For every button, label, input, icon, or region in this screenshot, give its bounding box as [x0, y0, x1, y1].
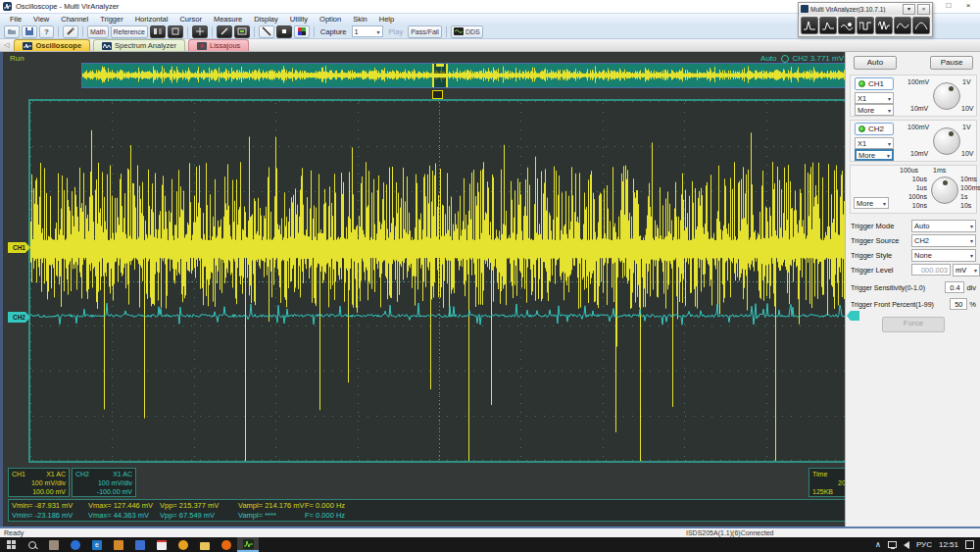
chevron-down-icon: ▾	[377, 28, 380, 35]
square-wave-tool-button[interactable]	[857, 17, 874, 34]
window-title: Oscilloscope - Multi VirAnalyzer	[16, 0, 119, 13]
preview-canvas[interactable]	[82, 64, 845, 87]
maximize-button[interactable]: □	[939, 0, 958, 12]
open-button[interactable]	[4, 25, 20, 38]
burst-wave-tool-button[interactable]	[875, 17, 893, 34]
waveform-tool-button-3[interactable]	[838, 17, 856, 34]
trigger-sensitivity-input[interactable]	[945, 281, 964, 293]
ch2-volts-knob[interactable]	[933, 127, 960, 155]
trigger-level-unit-select[interactable]: mV▾	[953, 264, 980, 276]
help-button[interactable]: ?	[39, 25, 54, 38]
menu-utility[interactable]: Utility	[284, 15, 314, 24]
ch1-position-marker[interactable]: CH1	[8, 242, 30, 253]
dds-button[interactable]: DDS	[451, 25, 483, 38]
reference-button[interactable]: Reference	[111, 25, 148, 38]
math-button[interactable]: Math	[87, 25, 109, 38]
speaker-icon[interactable]	[904, 541, 909, 549]
plot-canvas[interactable]	[30, 101, 848, 461]
trigger-source-select[interactable]: CH2▾	[911, 234, 976, 247]
screen-button[interactable]	[234, 25, 250, 38]
tool-wrench-button[interactable]	[63, 25, 78, 38]
taskbar-notepad-icon[interactable]	[151, 537, 172, 552]
taskbar-explorer-icon[interactable]	[194, 537, 216, 552]
ch2-position-marker[interactable]: CH2	[8, 312, 30, 323]
timebase-more-select[interactable]: More▾	[854, 197, 889, 209]
play-button[interactable]: Play	[389, 27, 404, 36]
menu-view[interactable]: View	[27, 15, 55, 24]
taskbar-viranalyzer-active-icon[interactable]	[237, 537, 259, 552]
taskbar-document-icon[interactable]	[129, 537, 151, 552]
stop-button[interactable]	[276, 25, 292, 38]
line-style-button[interactable]	[259, 25, 274, 38]
chevron-down-icon: ▾	[970, 252, 973, 259]
keyboard-language[interactable]: РУС	[916, 540, 932, 549]
trigger-mode-select[interactable]: Auto▾	[911, 220, 976, 232]
tab-oscilloscope[interactable]: Oscilloscope	[14, 39, 90, 51]
waveform-tool-button-2[interactable]	[819, 17, 837, 34]
channel-display-button[interactable]	[150, 25, 166, 38]
capture-count-combobox[interactable]: 1▾	[352, 25, 383, 37]
chevron-down-icon: ▾	[888, 95, 891, 102]
auto-button[interactable]: Auto	[854, 56, 897, 70]
tab-spectrum-analyzer[interactable]: Spectrum Analyzer	[93, 39, 185, 51]
pass-fail-button[interactable]: Pass/Fail	[408, 25, 442, 38]
action-center-icon[interactable]	[965, 540, 974, 549]
time-label-10ms: 10ms	[960, 176, 977, 182]
trigger-source-label: Trigger Source	[851, 236, 911, 245]
menu-file[interactable]: File	[4, 15, 27, 24]
taskbar-app-orange-icon[interactable]	[172, 537, 194, 552]
floating-window-titlebar[interactable]: Multi VirAnalyzer(3.10.7.1) ▾ ×	[799, 3, 932, 15]
save-button[interactable]	[22, 25, 37, 38]
color-button[interactable]	[294, 25, 310, 38]
ch1-volts-knob[interactable]	[933, 82, 960, 110]
force-trigger-button[interactable]: Force	[882, 317, 945, 332]
menu-measure[interactable]: Measure	[208, 15, 248, 24]
move-button[interactable]	[192, 25, 208, 38]
tray-chevron-up-icon[interactable]: ∧	[875, 540, 881, 549]
taskbar-browser-icon[interactable]: e	[86, 537, 108, 552]
ch2-probe-select[interactable]: X1▾	[855, 137, 894, 149]
tab-scroll-left-icon[interactable]: ◁	[4, 41, 9, 49]
sine-wave-tool-button[interactable]	[894, 17, 911, 34]
taskbar-photos-icon[interactable]	[108, 537, 129, 552]
ch2-enable-button[interactable]: CH2	[855, 123, 894, 135]
menu-channel[interactable]: Channel	[55, 15, 94, 24]
pen-button[interactable]	[217, 25, 232, 38]
floating-window-title: Multi VirAnalyzer(3.10.7.1)	[810, 6, 901, 13]
floating-window-dropdown-icon[interactable]: ▾	[903, 4, 915, 15]
waveform-plot[interactable]	[28, 99, 850, 463]
network-icon[interactable]	[888, 541, 897, 548]
ch2-more-select[interactable]: More▾	[855, 149, 894, 161]
floating-window-close-icon[interactable]: ×	[917, 4, 930, 15]
pause-button[interactable]: Pause	[930, 56, 973, 70]
ch1-info-box: CH1X1 AC 100 mV/div 100.00 mV	[8, 468, 70, 497]
waveform-overview-strip[interactable]	[81, 63, 846, 88]
search-icon[interactable]	[22, 537, 43, 552]
ch1-more-select[interactable]: More▾	[855, 104, 894, 116]
ch1-probe-select[interactable]: X1▾	[855, 92, 894, 104]
trigger-front-percent-input[interactable]	[950, 298, 967, 310]
trigger-readout: Auto CH2 3.771 mV	[689, 54, 844, 63]
menu-option[interactable]: Option	[314, 15, 347, 24]
tab-lissajous[interactable]: ✕ Lissajous	[188, 39, 249, 51]
taskbar-store-icon[interactable]	[43, 537, 65, 552]
trigger-style-select[interactable]: None▾	[911, 249, 976, 262]
close-button[interactable]: ×	[958, 0, 978, 12]
waveform-tool-button-1[interactable]	[801, 17, 818, 34]
single-display-button[interactable]	[168, 25, 183, 38]
ch1-enable-button[interactable]: CH1	[855, 77, 894, 90]
menu-horizontal[interactable]: Horizontal	[129, 15, 174, 24]
ch2-probe-coupling: X1 AC	[113, 470, 132, 478]
trigger-level-input[interactable]	[911, 264, 951, 276]
start-button[interactable]	[0, 537, 22, 552]
timebase-knob[interactable]	[931, 176, 958, 204]
menu-display[interactable]: Display	[248, 15, 284, 24]
menu-help[interactable]: Help	[373, 15, 400, 24]
pulse-wave-tool-button[interactable]	[912, 17, 930, 34]
menu-trigger[interactable]: Trigger	[94, 15, 128, 24]
taskbar-firefox-icon[interactable]	[216, 537, 237, 552]
clock[interactable]: 12:51	[939, 540, 958, 549]
menu-skin[interactable]: Skin	[347, 15, 373, 24]
menu-cursor[interactable]: Cursor	[173, 15, 208, 24]
taskbar-app-blue-icon[interactable]	[65, 537, 86, 552]
